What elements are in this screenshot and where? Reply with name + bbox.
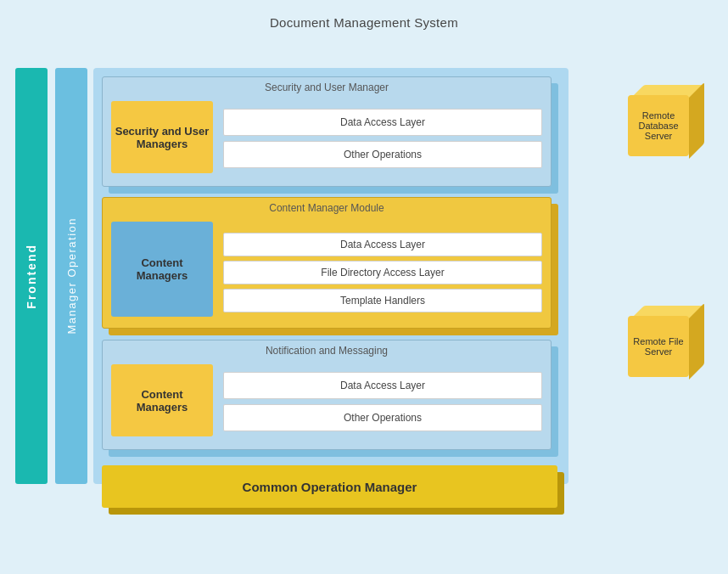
remote-db-cube: Remote Database Server — [628, 85, 704, 161]
security-yellow-label: Security and UserManagers — [115, 125, 210, 150]
notification-yellow-label: ContentManagers — [137, 388, 188, 414]
content-data-access-layer: Data Access Layer — [223, 233, 542, 256]
content-module-title: Content Manager Module — [103, 198, 551, 217]
content-main-box: Content Manager Module ContentManagers D… — [102, 197, 552, 329]
content-file-directory: File Directory Access Layer — [223, 261, 542, 284]
content-template-handlers: Template Handlers — [223, 289, 542, 312]
notification-data-access-layer: Data Access Layer — [223, 372, 542, 399]
cube-side-db — [689, 82, 704, 159]
frontend-label: Frontend — [25, 244, 38, 309]
security-module-title: Security and User Manager — [103, 77, 551, 97]
content-inner: ContentManagers Data Access Layer File D… — [103, 217, 551, 328]
common-operation-label: Common Operation Manager — [243, 480, 417, 494]
manager-operation-bar: Manager Operation — [55, 68, 87, 484]
remote-file-server: Remote File Server — [628, 306, 704, 382]
notification-yellow-box: ContentManagers — [111, 364, 213, 436]
security-yellow-box: Security and UserManagers — [111, 101, 213, 173]
cube-side-file — [689, 303, 704, 380]
remote-file-label: Remote File Server — [628, 316, 689, 377]
content-ops-stack: Data Access Layer File Directory Access … — [223, 222, 542, 324]
notification-module-title: Notification and Messaging — [103, 340, 551, 360]
security-inner: Security and UserManagers Data Access La… — [103, 97, 551, 180]
manager-operation-label: Manager Operation — [65, 217, 78, 335]
common-operation-box: Common Operation Manager — [102, 465, 557, 508]
notification-ops-stack: Data Access Layer Other Operations — [223, 364, 542, 439]
security-data-access-layer: Data Access Layer — [223, 109, 542, 136]
security-other-operations: Other Operations — [223, 141, 542, 168]
remote-file-cube: Remote File Server — [628, 306, 704, 382]
remote-db-label: Remote Database Server — [628, 95, 689, 156]
notification-main-box: Notification and Messaging ContentManage… — [102, 340, 552, 450]
remote-db-server: Remote Database Server — [628, 85, 704, 161]
page-title: Document Management System — [0, 0, 728, 30]
content-yellow-label: ContentManagers — [137, 256, 188, 282]
notification-inner: ContentManagers Data Access Layer Other … — [103, 360, 551, 443]
security-main-box: Security and User Manager Security and U… — [102, 76, 552, 187]
notification-other-operations: Other Operations — [223, 404, 542, 431]
frontend-bar: Frontend — [15, 68, 48, 484]
main-container: Document Management System Frontend Mana… — [0, 0, 728, 574]
content-yellow-box: ContentManagers — [111, 222, 213, 317]
security-ops-stack: Data Access Layer Other Operations — [223, 101, 542, 176]
